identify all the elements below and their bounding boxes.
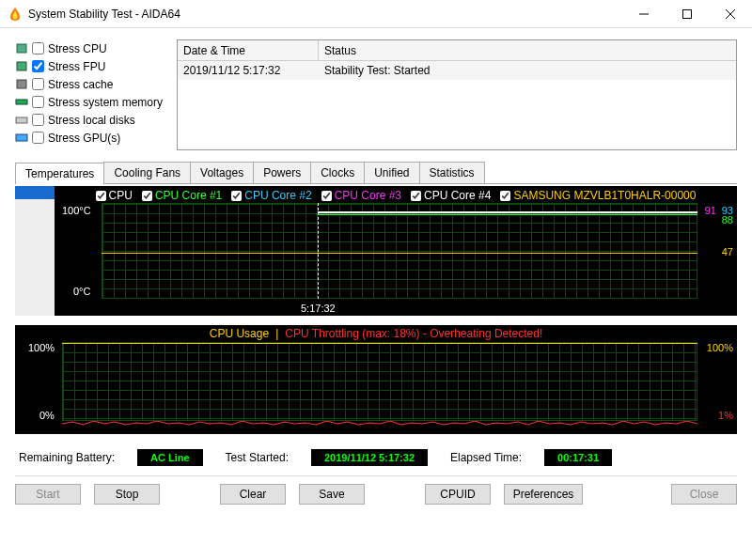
stress-options: Stress CPU Stress FPU Stress cache Stres… (15, 39, 165, 150)
usage-chart: CPU Usage | CPU Throttling (max: 18%) - … (15, 325, 737, 434)
svg-rect-5 (17, 62, 26, 70)
log-header: Date & Time Status (178, 40, 736, 61)
app-icon (8, 7, 23, 22)
tab-powers[interactable]: Powers (253, 162, 311, 183)
legend-core1[interactable]: CPU Core #1 (142, 188, 222, 203)
stress-memory-checkbox[interactable] (32, 96, 44, 108)
legend-core2[interactable]: CPU Core #2 (231, 188, 311, 203)
stress-cache-label: Stress cache (48, 78, 113, 91)
event-log: Date & Time Status 2019/11/12 5:17:32 St… (177, 39, 737, 150)
tab-cooling-fans[interactable]: Cooling Fans (103, 162, 191, 183)
tab-voltages[interactable]: Voltages (190, 162, 254, 183)
cpuid-button[interactable]: CPUID (425, 484, 491, 505)
svg-rect-8 (16, 117, 27, 123)
temp-ymin: 0°C (73, 286, 90, 297)
legend-core4[interactable]: CPU Core #4 (411, 188, 491, 203)
marker-time: 5:17:32 (301, 303, 336, 314)
temperature-chart: CPU CPU Core #1 CPU Core #2 CPU Core #3 … (55, 186, 737, 316)
started-value: 2019/11/12 5:17:32 (311, 449, 428, 466)
maximize-button[interactable] (666, 0, 709, 28)
stress-disks-option[interactable]: Stress local disks (15, 111, 165, 129)
start-button[interactable]: Start (15, 484, 81, 505)
usage-header: CPU Usage | CPU Throttling (max: 18%) - … (15, 325, 737, 342)
series-selector[interactable] (15, 186, 55, 316)
close-button-bottom[interactable]: Close (671, 484, 737, 505)
log-header-status[interactable]: Status (319, 44, 736, 57)
cpu-usage-line (62, 343, 697, 344)
clear-button[interactable]: Clear (220, 484, 286, 505)
stress-disks-label: Stress local disks (48, 114, 135, 127)
svg-rect-4 (17, 44, 26, 53)
elapsed-value: 00:17:31 (544, 449, 612, 466)
preferences-button[interactable]: Preferences (504, 484, 583, 505)
status-bar: Remaining Battery: AC Line Test Started:… (15, 449, 737, 466)
chart-tabs: Temperatures Cooling Fans Voltages Power… (15, 162, 737, 184)
tab-statistics[interactable]: Statistics (419, 162, 485, 183)
temp-grid (102, 203, 697, 299)
window-title: System Stability Test - AIDA64 (28, 8, 622, 21)
stress-memory-label: Stress system memory (48, 96, 163, 109)
time-marker (318, 203, 319, 299)
legend-core3[interactable]: CPU Core #3 (321, 188, 401, 203)
battery-label: Remaining Battery: (19, 451, 115, 464)
minimize-button[interactable] (622, 0, 666, 28)
tab-clocks[interactable]: Clocks (310, 162, 365, 183)
fpu-icon (15, 61, 28, 71)
save-button[interactable]: Save (299, 484, 365, 505)
log-cell-status: Stability Test: Started (319, 64, 736, 77)
tab-unified[interactable]: Unified (364, 162, 419, 183)
usage-rmax: 100% (707, 342, 733, 353)
close-button[interactable] (709, 0, 752, 28)
legend-cpu[interactable]: CPU (96, 188, 133, 203)
svg-rect-1 (683, 9, 692, 18)
stop-button[interactable]: Stop (94, 484, 160, 505)
usage-ymin: 0% (39, 410, 55, 421)
cache-icon (15, 79, 28, 89)
svg-rect-6 (17, 80, 26, 88)
usage-rmin: 1% (718, 410, 733, 421)
stress-cpu-option[interactable]: Stress CPU (15, 39, 165, 57)
usage-title: CPU Usage (210, 327, 269, 340)
cpu-line (318, 211, 697, 213)
temp-legend: CPU CPU Core #1 CPU Core #2 CPU Core #3 … (55, 186, 737, 203)
stress-fpu-checkbox[interactable] (32, 60, 44, 72)
svg-rect-9 (16, 134, 27, 141)
battery-value: AC Line (137, 449, 203, 466)
core1-line (318, 214, 697, 215)
log-cell-datetime: 2019/11/12 5:17:32 (178, 64, 319, 77)
svg-rect-7 (16, 100, 27, 104)
tab-temperatures[interactable]: Temperatures (15, 163, 104, 184)
throttle-title: CPU Throttling (max: 18%) - Overheating … (285, 327, 542, 340)
stress-gpu-option[interactable]: Stress GPU(s) (15, 129, 165, 147)
stress-fpu-label: Stress FPU (48, 60, 105, 73)
legend-ssd[interactable]: SAMSUNG MZVLB1T0HALR-00000 (500, 188, 696, 203)
stress-fpu-option[interactable]: Stress FPU (15, 57, 165, 75)
reading-91: 91 (705, 205, 716, 216)
throttle-line (62, 415, 697, 420)
reading-88: 88 (722, 214, 733, 226)
memory-icon (15, 97, 28, 107)
temp-ymax: 100°C (62, 205, 91, 216)
stress-gpu-label: Stress GPU(s) (48, 132, 120, 145)
gpu-icon (15, 132, 28, 143)
log-header-datetime[interactable]: Date & Time (178, 40, 319, 60)
stress-memory-option[interactable]: Stress system memory (15, 93, 165, 111)
elapsed-label: Elapsed Time: (450, 451, 522, 464)
reading-47: 47 (722, 246, 733, 257)
disk-icon (15, 115, 28, 125)
series-selector-item[interactable] (15, 186, 55, 199)
stress-cache-option[interactable]: Stress cache (15, 75, 165, 93)
cpu-icon (15, 43, 28, 54)
ssd-line (102, 253, 697, 254)
started-label: Test Started: (226, 451, 289, 464)
button-bar: Start Stop Clear Save CPUID Preferences … (15, 475, 737, 508)
stress-cache-checkbox[interactable] (32, 78, 44, 90)
titlebar: System Stability Test - AIDA64 (0, 0, 752, 28)
usage-grid (62, 342, 697, 421)
stress-gpu-checkbox[interactable] (32, 132, 44, 144)
stress-cpu-checkbox[interactable] (32, 42, 44, 54)
log-row[interactable]: 2019/11/12 5:17:32 Stability Test: Start… (178, 61, 736, 80)
stress-disks-checkbox[interactable] (32, 114, 44, 126)
usage-ymax: 100% (28, 342, 55, 353)
stress-cpu-label: Stress CPU (48, 42, 107, 55)
